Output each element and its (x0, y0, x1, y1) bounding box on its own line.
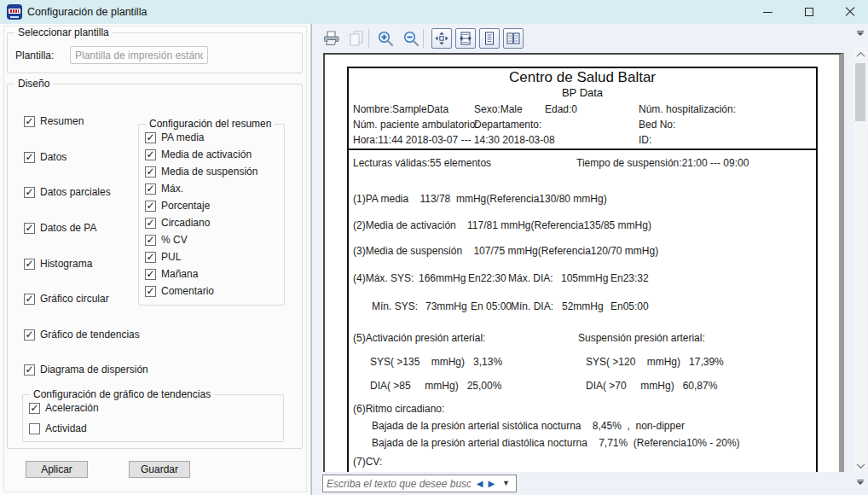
checkbox-max[interactable]: ✓ Máx. (145, 183, 183, 195)
checkbox-label: Datos parciales (40, 186, 111, 198)
checkbox-grafico-tendencias[interactable]: ✓ Gráfico de tendencias (24, 329, 140, 341)
checkbox-porcentaje[interactable]: ✓ Porcentaje (145, 200, 210, 212)
checkbox-datos-parciales[interactable]: ✓ Datos parciales (24, 186, 111, 198)
checkbox-label: Máx. (161, 183, 183, 195)
template-name-input[interactable] (70, 46, 208, 64)
min-dia-time: En05:00 (610, 300, 649, 312)
patient-outpatient: Núm. paciente ambulatorio: (353, 119, 478, 131)
activation-sys: SYS( >135 mmHg) 3,13% (370, 356, 502, 368)
checkbox-mark: ✓ (24, 187, 35, 198)
print-preview-panel: Centro de Salud Baltar BP Data Nombre:Sa… (311, 24, 868, 495)
checkbox-label: Circadiano (161, 217, 210, 229)
scroll-down-button[interactable] (854, 458, 867, 472)
checkbox-mark: ✓ (145, 149, 156, 160)
checkbox-label: Gráfico de tendencias (40, 329, 140, 341)
copy-page-button (348, 30, 365, 50)
checkbox-datos-pa[interactable]: ✓ Datos de PA (24, 222, 96, 234)
checkbox-mark: ✓ (145, 218, 156, 229)
save-button[interactable]: Guardar (129, 461, 190, 478)
vertical-scrollbar[interactable] (854, 48, 867, 472)
checkbox-label: Mañana (161, 268, 198, 280)
template-field-label: Plantilla: (15, 50, 54, 61)
checkbox-comentario[interactable]: ✓ Comentario (145, 285, 214, 297)
checkbox-media-suspension[interactable]: ✓ Media de suspensión (145, 166, 258, 178)
checkbox-pul[interactable]: ✓ PUL (145, 251, 181, 263)
checkbox-mark: ✓ (24, 152, 35, 163)
checkbox-label: % CV (161, 234, 188, 246)
report-body-box: Lecturas válidas:55 elementos Tiempo de … (347, 150, 818, 472)
two-pages-button[interactable] (503, 28, 524, 49)
maximize-button[interactable] (792, 0, 826, 24)
patient-hospitalization: Núm. hospitalización: (639, 103, 736, 115)
fit-width-button[interactable] (455, 28, 476, 49)
checkbox-label: PA media (161, 131, 204, 143)
checkbox-mark: ✓ (145, 269, 156, 280)
fit-page-button[interactable] (431, 28, 452, 49)
checkbox-aceleracion[interactable]: ✓ Aceleración (29, 402, 99, 414)
checkbox-resumen[interactable]: ✓ Resumen (24, 115, 84, 127)
suspension-title: Suspensión presión arterial: (578, 332, 705, 344)
activation-dia: DIA( >85 mmHg) 25,00% (370, 380, 501, 392)
print-button[interactable] (322, 30, 341, 49)
checkbox-mark (29, 423, 40, 434)
valid-readings: Lecturas válidas:55 elementos (353, 157, 491, 169)
close-button[interactable] (833, 0, 867, 24)
checkbox-grafico-circular[interactable]: ✓ Gráfico circular (24, 293, 109, 305)
scrollbar-thumb[interactable] (855, 63, 865, 121)
checkbox-actividad[interactable]: Actividad (29, 422, 87, 434)
checkbox-cv[interactable]: ✓ % CV (145, 234, 188, 246)
toolbar-separator (368, 29, 369, 48)
checkbox-circadiano[interactable]: ✓ Circadiano (145, 217, 210, 229)
two-pages-icon (506, 32, 520, 45)
suspension-dia: DIA( >70 mmHg) 60,87% (586, 380, 717, 392)
checkbox-mark: ✓ (29, 403, 40, 414)
checkbox-label: Resumen (40, 115, 84, 127)
min-sys-value: 73mmHg (425, 300, 467, 312)
checkbox-mark: ✓ (145, 183, 156, 195)
checkbox-label: Media de suspensión (161, 166, 258, 178)
close-icon (845, 7, 855, 17)
zoom-out-icon (402, 30, 420, 48)
group-legend: Diseño (14, 78, 53, 90)
min-label: Mín. SYS: (372, 300, 418, 312)
single-page-button[interactable] (479, 28, 500, 49)
fit-page-icon (435, 32, 448, 45)
checkbox-label: Diagrama de dispersión (40, 364, 148, 376)
group-legend: Configuración del resumen (146, 118, 275, 130)
search-prev-icon[interactable]: ◀ (474, 475, 486, 492)
chevron-up-icon (856, 51, 865, 60)
zoom-in-icon (377, 30, 395, 48)
checkbox-label: PUL (161, 251, 181, 263)
checkbox-label: Comentario (161, 285, 214, 297)
patient-name: Nombre:SampleData (353, 103, 448, 115)
zoom-out-button[interactable] (402, 30, 420, 50)
scroll-up-button[interactable] (854, 48, 867, 61)
patient-age: Edad:0 (545, 103, 577, 115)
fit-width-icon (459, 32, 472, 45)
checkbox-mark: ✓ (24, 364, 35, 376)
checkbox-pa-media[interactable]: ✓ PA media (145, 131, 204, 143)
report-page: Centro de Salud Baltar BP Data Nombre:Sa… (323, 53, 844, 472)
zoom-in-button[interactable] (377, 30, 395, 50)
search-next-icon[interactable]: ▶ (485, 475, 497, 492)
checkbox-media-activacion[interactable]: ✓ Media de activación (145, 148, 252, 160)
toolbar-overflow-icon[interactable] (854, 31, 867, 41)
template-config-dialog: Configuración de plantilla Seleccionar p… (0, 0, 868, 495)
search-input[interactable] (323, 478, 474, 490)
checkbox-mark: ✓ (24, 223, 35, 234)
checkbox-label: Datos (40, 151, 67, 163)
apply-button[interactable]: Aplicar (26, 461, 88, 478)
titlebar: Configuración de plantilla (0, 0, 868, 24)
search-options-dropdown-icon[interactable]: ▼ (497, 475, 516, 492)
printer-icon (322, 30, 341, 46)
checkbox-diagrama-dispersion[interactable]: ✓ Diagrama de dispersión (24, 364, 148, 376)
max-sys-time: En22:30 (468, 272, 506, 284)
checkbox-histograma[interactable]: ✓ Histograma (24, 258, 92, 270)
activation-title: (5)Activación presión arterial: (353, 332, 485, 344)
checkbox-manana[interactable]: ✓ Mañana (145, 268, 198, 280)
minimize-button[interactable] (750, 0, 784, 24)
bottom-overflow-icon[interactable] (854, 480, 867, 490)
circadian-dia-drop: Bajada de la presión arterial diastólica… (372, 437, 740, 449)
checkbox-label: Histograma (40, 258, 92, 270)
checkbox-datos[interactable]: ✓ Datos (24, 151, 67, 163)
